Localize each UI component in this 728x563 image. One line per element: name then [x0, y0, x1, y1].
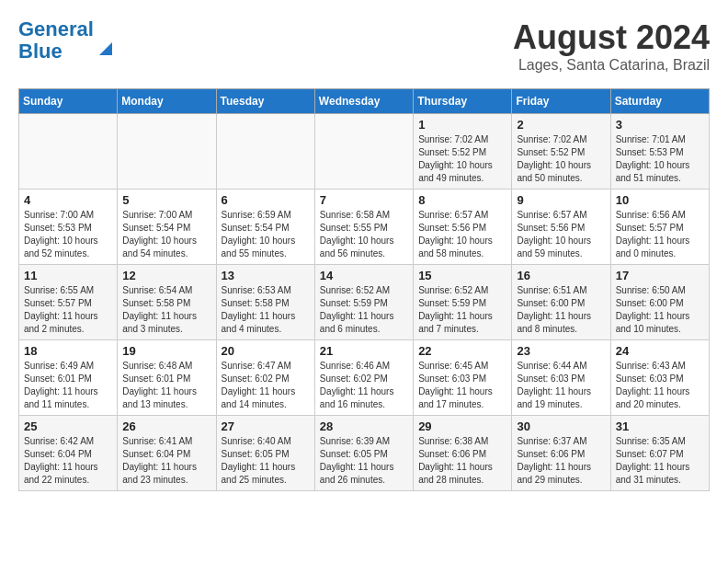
- day-detail: Sunrise: 7:00 AM Sunset: 5:54 PM Dayligh…: [122, 209, 210, 260]
- day-number: 8: [418, 193, 506, 207]
- calendar-cell: 26Sunrise: 6:41 AM Sunset: 6:04 PM Dayli…: [118, 416, 216, 491]
- week-row-1: 1Sunrise: 7:02 AM Sunset: 5:52 PM Daylig…: [19, 114, 710, 190]
- weekday-header-tuesday: Tuesday: [216, 89, 314, 114]
- day-number: 15: [418, 269, 506, 282]
- logo-icon: [96, 39, 116, 59]
- calendar-body: 1Sunrise: 7:02 AM Sunset: 5:52 PM Daylig…: [19, 114, 710, 491]
- calendar-cell: 25Sunrise: 6:42 AM Sunset: 6:04 PM Dayli…: [19, 416, 118, 491]
- calendar-cell: 3Sunrise: 7:01 AM Sunset: 5:53 PM Daylig…: [610, 114, 709, 190]
- calendar-cell: 18Sunrise: 6:49 AM Sunset: 6:01 PM Dayli…: [19, 340, 118, 416]
- title-block: August 2024 Lages, Santa Catarina, Brazi…: [513, 18, 710, 74]
- logo: GeneralBlue: [18, 18, 116, 63]
- day-number: 14: [320, 269, 408, 282]
- weekday-header-thursday: Thursday: [414, 89, 512, 114]
- calendar-cell: [19, 114, 118, 190]
- calendar-cell: 5Sunrise: 7:00 AM Sunset: 5:54 PM Daylig…: [118, 190, 216, 265]
- calendar-cell: [216, 114, 314, 190]
- day-detail: Sunrise: 6:46 AM Sunset: 6:02 PM Dayligh…: [320, 360, 408, 411]
- calendar-cell: 1Sunrise: 7:02 AM Sunset: 5:52 PM Daylig…: [414, 114, 512, 190]
- calendar-cell: 15Sunrise: 6:52 AM Sunset: 5:59 PM Dayli…: [414, 265, 512, 340]
- weekday-header-wednesday: Wednesday: [314, 89, 413, 114]
- day-number: 25: [24, 419, 112, 433]
- calendar-cell: 20Sunrise: 6:47 AM Sunset: 6:02 PM Dayli…: [216, 340, 314, 416]
- day-detail: Sunrise: 7:01 AM Sunset: 5:53 PM Dayligh…: [616, 133, 704, 185]
- page-header: GeneralBlue August 2024 Lages, Santa Cat…: [18, 18, 710, 74]
- calendar-table: SundayMondayTuesdayWednesdayThursdayFrid…: [18, 88, 710, 491]
- day-number: 21: [320, 344, 408, 358]
- day-detail: Sunrise: 6:50 AM Sunset: 6:00 PM Dayligh…: [616, 284, 704, 336]
- day-detail: Sunrise: 6:41 AM Sunset: 6:04 PM Dayligh…: [122, 435, 210, 487]
- day-detail: Sunrise: 6:59 AM Sunset: 5:54 PM Dayligh…: [222, 209, 310, 260]
- day-detail: Sunrise: 6:48 AM Sunset: 6:01 PM Dayligh…: [122, 360, 210, 411]
- day-detail: Sunrise: 6:45 AM Sunset: 6:03 PM Dayligh…: [418, 360, 506, 411]
- weekday-header-friday: Friday: [512, 89, 610, 114]
- day-number: 12: [122, 269, 210, 282]
- week-row-3: 11Sunrise: 6:55 AM Sunset: 5:57 PM Dayli…: [19, 265, 710, 340]
- day-detail: Sunrise: 6:57 AM Sunset: 5:56 PM Dayligh…: [418, 209, 506, 260]
- week-row-2: 4Sunrise: 7:00 AM Sunset: 5:53 PM Daylig…: [19, 190, 710, 265]
- calendar-cell: 17Sunrise: 6:50 AM Sunset: 6:00 PM Dayli…: [610, 265, 709, 340]
- day-number: 2: [517, 118, 605, 132]
- day-number: 13: [222, 269, 310, 282]
- day-number: 26: [122, 419, 210, 433]
- calendar-cell: 24Sunrise: 6:43 AM Sunset: 6:03 PM Dayli…: [610, 340, 709, 416]
- day-detail: Sunrise: 6:43 AM Sunset: 6:03 PM Dayligh…: [616, 360, 704, 411]
- calendar-cell: 12Sunrise: 6:54 AM Sunset: 5:58 PM Dayli…: [118, 265, 216, 340]
- day-number: 3: [616, 118, 704, 132]
- calendar-cell: 7Sunrise: 6:58 AM Sunset: 5:55 PM Daylig…: [314, 190, 413, 265]
- calendar-cell: 14Sunrise: 6:52 AM Sunset: 5:59 PM Dayli…: [314, 265, 413, 340]
- calendar-cell: 27Sunrise: 6:40 AM Sunset: 6:05 PM Dayli…: [216, 416, 314, 491]
- day-detail: Sunrise: 6:51 AM Sunset: 6:00 PM Dayligh…: [517, 284, 605, 336]
- day-detail: Sunrise: 6:44 AM Sunset: 6:03 PM Dayligh…: [517, 360, 605, 411]
- weekday-header-sunday: Sunday: [19, 89, 118, 114]
- calendar-cell: 23Sunrise: 6:44 AM Sunset: 6:03 PM Dayli…: [512, 340, 610, 416]
- day-number: 18: [24, 344, 112, 358]
- calendar-cell: 8Sunrise: 6:57 AM Sunset: 5:56 PM Daylig…: [414, 190, 512, 265]
- day-number: 16: [517, 269, 605, 282]
- day-detail: Sunrise: 6:39 AM Sunset: 6:05 PM Dayligh…: [320, 435, 408, 487]
- day-detail: Sunrise: 7:02 AM Sunset: 5:52 PM Dayligh…: [418, 133, 506, 185]
- day-number: 27: [222, 419, 310, 433]
- calendar-cell: 19Sunrise: 6:48 AM Sunset: 6:01 PM Dayli…: [118, 340, 216, 416]
- day-number: 30: [517, 419, 605, 433]
- calendar-cell: 31Sunrise: 6:35 AM Sunset: 6:07 PM Dayli…: [610, 416, 709, 491]
- calendar-cell: 16Sunrise: 6:51 AM Sunset: 6:00 PM Dayli…: [512, 265, 610, 340]
- day-detail: Sunrise: 7:02 AM Sunset: 5:52 PM Dayligh…: [517, 133, 605, 185]
- day-number: 24: [616, 344, 704, 358]
- weekday-header-monday: Monday: [118, 89, 216, 114]
- weekday-row: SundayMondayTuesdayWednesdayThursdayFrid…: [19, 89, 710, 114]
- day-number: 22: [418, 344, 506, 358]
- calendar-header: SundayMondayTuesdayWednesdayThursdayFrid…: [19, 89, 710, 114]
- calendar-cell: 6Sunrise: 6:59 AM Sunset: 5:54 PM Daylig…: [216, 190, 314, 265]
- calendar-cell: 10Sunrise: 6:56 AM Sunset: 5:57 PM Dayli…: [610, 190, 709, 265]
- day-number: 11: [24, 269, 112, 282]
- calendar-cell: 11Sunrise: 6:55 AM Sunset: 5:57 PM Dayli…: [19, 265, 118, 340]
- week-row-5: 25Sunrise: 6:42 AM Sunset: 6:04 PM Dayli…: [19, 416, 710, 491]
- calendar-cell: 9Sunrise: 6:57 AM Sunset: 5:56 PM Daylig…: [512, 190, 610, 265]
- day-detail: Sunrise: 6:37 AM Sunset: 6:06 PM Dayligh…: [517, 435, 605, 487]
- day-detail: Sunrise: 6:42 AM Sunset: 6:04 PM Dayligh…: [24, 435, 112, 487]
- day-number: 29: [418, 419, 506, 433]
- calendar-cell: 4Sunrise: 7:00 AM Sunset: 5:53 PM Daylig…: [19, 190, 118, 265]
- calendar-cell: 13Sunrise: 6:53 AM Sunset: 5:58 PM Dayli…: [216, 265, 314, 340]
- day-detail: Sunrise: 6:54 AM Sunset: 5:58 PM Dayligh…: [122, 284, 210, 336]
- week-row-4: 18Sunrise: 6:49 AM Sunset: 6:01 PM Dayli…: [19, 340, 710, 416]
- day-number: 9: [517, 193, 605, 207]
- calendar-cell: 29Sunrise: 6:38 AM Sunset: 6:06 PM Dayli…: [414, 416, 512, 491]
- day-detail: Sunrise: 6:55 AM Sunset: 5:57 PM Dayligh…: [24, 284, 112, 336]
- day-number: 1: [418, 118, 506, 132]
- weekday-header-saturday: Saturday: [610, 89, 709, 114]
- day-detail: Sunrise: 6:52 AM Sunset: 5:59 PM Dayligh…: [418, 284, 506, 336]
- month-year-title: August 2024: [513, 18, 710, 57]
- day-detail: Sunrise: 6:38 AM Sunset: 6:06 PM Dayligh…: [418, 435, 506, 487]
- day-number: 20: [222, 344, 310, 358]
- day-detail: Sunrise: 6:35 AM Sunset: 6:07 PM Dayligh…: [616, 435, 704, 487]
- day-detail: Sunrise: 6:58 AM Sunset: 5:55 PM Dayligh…: [320, 209, 408, 260]
- day-number: 4: [24, 193, 112, 207]
- day-number: 23: [517, 344, 605, 358]
- day-number: 10: [616, 193, 704, 207]
- day-detail: Sunrise: 6:57 AM Sunset: 5:56 PM Dayligh…: [517, 209, 605, 260]
- day-number: 31: [616, 419, 704, 433]
- calendar-cell: 22Sunrise: 6:45 AM Sunset: 6:03 PM Dayli…: [414, 340, 512, 416]
- svg-marker-0: [99, 42, 112, 55]
